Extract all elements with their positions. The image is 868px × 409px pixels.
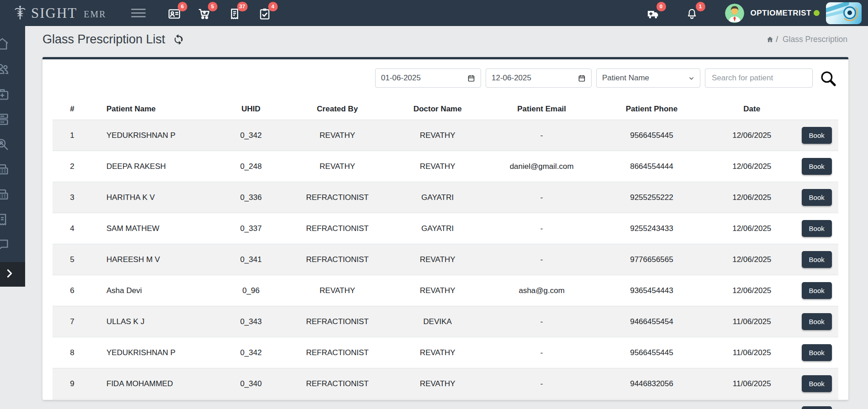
cell-num: 1 — [53, 120, 92, 151]
header-patient-email: Patient Email — [489, 99, 595, 120]
chevron-down-icon — [688, 75, 694, 81]
ambulance-icon[interactable]: 0 — [646, 6, 660, 21]
book-button[interactable]: Book — [802, 282, 832, 299]
hamburger-icon[interactable] — [131, 9, 146, 17]
patient-card-badge: 6 — [178, 2, 187, 11]
messages-icon[interactable] — [0, 237, 11, 252]
page-header: Glass Prescription List / Glass Prescrip… — [25, 26, 868, 52]
online-status-dot — [814, 10, 820, 16]
table-row: 1YEDUKRISHNAN P0_342REVATHYREVATHY-95664… — [53, 120, 838, 151]
calendar-icon[interactable] — [578, 74, 586, 82]
appointment-check-badge: 4 — [268, 2, 278, 11]
cell-num: 2 — [53, 151, 92, 182]
book-button[interactable]: Book — [802, 313, 832, 330]
book-button[interactable]: Book — [802, 406, 832, 409]
cell-patient-phone: 8664554444 — [595, 151, 709, 182]
eye-photo-thumbnail[interactable] — [826, 2, 862, 24]
cell-created-by: REFRACTIONIST — [288, 306, 386, 337]
book-button[interactable]: Book — [802, 189, 832, 206]
notification-bell-icon[interactable]: 1 — [686, 6, 699, 21]
search-type-select[interactable]: Patient Name — [596, 68, 700, 88]
cell-patient-email: - — [489, 368, 595, 399]
date-from-input[interactable]: 01-06-2025 — [375, 68, 481, 88]
cell-date: 11/06/2025 — [709, 368, 795, 399]
book-button[interactable]: Book — [802, 251, 832, 268]
cell-actions: Book — [795, 151, 838, 182]
table-row: 5HAREESH M V0_341REFRACTIONISTREVATHY-97… — [53, 244, 838, 275]
sidebar-expand-button[interactable] — [0, 262, 25, 287]
cell-doctor-name: REVATHY — [386, 275, 489, 306]
cell-uhid: 0_248 — [214, 151, 288, 182]
cell-num: 10 — [53, 399, 92, 409]
date-to-input[interactable]: 12-06-2025 — [486, 68, 592, 88]
header-patient-name: Patient Name — [92, 99, 214, 120]
cell-created-by: REFRACTIONIST — [288, 244, 386, 275]
medical-bag-icon[interactable] — [0, 86, 11, 102]
header-actions — [795, 99, 838, 120]
cart-icon[interactable]: 5 — [198, 6, 212, 21]
cell-patient-name: YEDUKRISHNAN P — [92, 120, 214, 151]
header-created-by: Created By — [288, 99, 386, 120]
cell-patient-phone: 9566455445 — [595, 337, 709, 368]
cell-num: 8 — [53, 337, 92, 368]
breadcrumb-separator: / — [776, 35, 778, 44]
cell-patient-phone: 9446832056 — [595, 368, 709, 399]
home-icon[interactable] — [0, 36, 11, 52]
cell-actions: Book — [795, 213, 838, 244]
patient-search-field[interactable] — [705, 68, 813, 88]
cell-created-by: REVATHY — [288, 120, 386, 151]
user-role-label: OPTIOMETRIST — [751, 9, 812, 18]
appointment-check-icon[interactable]: 4 — [258, 6, 272, 21]
book-button[interactable]: Book — [802, 344, 832, 361]
cell-created-by: REVATHY — [288, 275, 386, 306]
book-button[interactable]: Book — [802, 375, 832, 392]
cart-badge: 5 — [208, 2, 217, 11]
cell-patient-name: Asha Devi — [92, 275, 214, 306]
cell-doctor-name: GAYATRI — [386, 182, 489, 213]
cell-actions: Book — [795, 399, 838, 409]
cell-patient-email: asha@g.com — [489, 275, 595, 306]
billing-machine-icon[interactable] — [0, 162, 11, 177]
cell-date: 12/06/2025 — [709, 151, 795, 182]
date-to-value: 12-06-2025 — [492, 73, 531, 83]
book-button[interactable]: Book — [802, 127, 832, 144]
refresh-icon[interactable] — [173, 34, 184, 45]
payments-machine-icon[interactable] — [0, 187, 11, 202]
cell-actions: Book — [795, 120, 838, 151]
cell-doctor-name: REVATHY — [386, 120, 489, 151]
billing-receipt-icon[interactable]: 37 — [228, 6, 242, 21]
search-input[interactable] — [711, 73, 807, 83]
brand-logo[interactable]: SIGHT EMR — [14, 5, 106, 22]
table-header-row: # Patient Name UHID Created By Doctor Na… — [53, 99, 838, 120]
patients-icon[interactable] — [0, 61, 11, 77]
cell-num: 9 — [53, 368, 92, 399]
cell-patient-name: SAM MATHEW — [92, 213, 214, 244]
cell-num: 5 — [53, 244, 92, 275]
cell-patient-name: DEEPA RAKESH — [92, 151, 214, 182]
cell-uhid: 0_342 — [214, 120, 288, 151]
patient-search-icon[interactable] — [0, 136, 11, 152]
book-button[interactable]: Book — [802, 158, 832, 175]
calendar-icon[interactable] — [467, 74, 475, 82]
cell-created-by: REFRACTIONIST — [288, 182, 386, 213]
cell-actions: Book — [795, 244, 838, 275]
records-icon[interactable] — [0, 111, 11, 127]
home-icon[interactable] — [766, 36, 774, 43]
invoice-icon[interactable] — [0, 212, 11, 227]
cell-date: 11/06/2025 — [709, 399, 795, 409]
cell-date: 12/06/2025 — [709, 182, 795, 213]
cell-actions: Book — [795, 182, 838, 213]
user-avatar[interactable] — [725, 4, 744, 23]
search-icon[interactable] — [817, 70, 838, 87]
book-button[interactable]: Book — [802, 220, 832, 237]
cell-patient-phone: 9776656565 — [595, 244, 709, 275]
cell-patient-email: - — [489, 306, 595, 337]
cell-uhid: 0_343 — [214, 306, 288, 337]
cell-patient-email: - — [489, 244, 595, 275]
cell-patient-email: - — [489, 399, 595, 409]
header-uhid: UHID — [214, 99, 288, 120]
cell-doctor-name: REVATHY — [386, 399, 489, 409]
cell-created-by: REFRACTIONIST — [288, 337, 386, 368]
patient-card-icon[interactable]: 6 — [168, 6, 181, 21]
ambulance-badge: 0 — [656, 2, 666, 11]
